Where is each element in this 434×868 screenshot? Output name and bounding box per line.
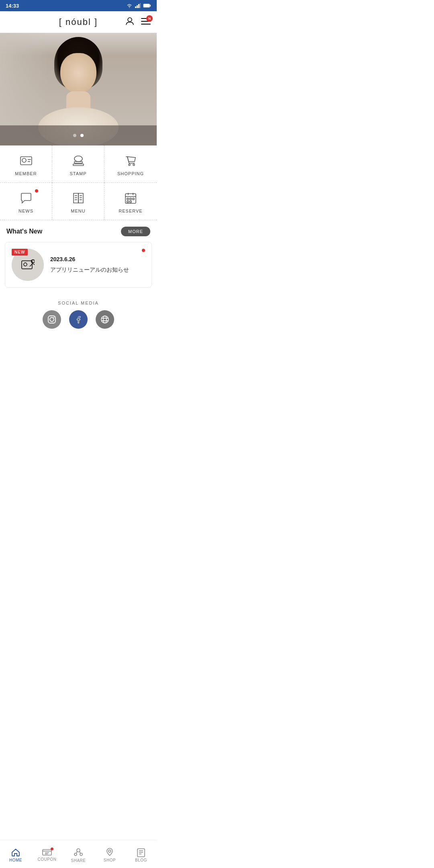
header-icons: N: [125, 16, 151, 28]
svg-point-17: [129, 164, 130, 166]
svg-rect-32: [133, 198, 134, 200]
nav-label-reserve: RESERVE: [119, 209, 142, 213]
social-media-label: SOCIAL MEDIA: [0, 301, 157, 305]
whats-new-title: What's New: [6, 228, 42, 235]
svg-point-40: [50, 317, 54, 321]
nav-item-news[interactable]: NEWS: [0, 183, 52, 220]
cart-icon: [123, 154, 138, 168]
svg-point-14: [74, 156, 82, 162]
svg-point-18: [133, 164, 135, 166]
svg-point-11: [22, 158, 26, 162]
nav-item-reserve[interactable]: RESERVE: [104, 183, 157, 220]
hero-banner[interactable]: [0, 33, 157, 145]
person-icon: [125, 16, 135, 27]
news-thumbnail: NEW: [12, 249, 44, 281]
website-button[interactable]: [96, 310, 114, 329]
nav-grid: MEMBER STAMP SHOPPING NEWS: [0, 145, 157, 220]
svg-rect-0: [135, 6, 136, 8]
stamp-icon: [71, 154, 86, 168]
battery-icon: [143, 3, 151, 8]
svg-point-43: [103, 316, 106, 323]
svg-point-41: [53, 317, 54, 317]
social-media-section: SOCIAL MEDIA: [0, 294, 157, 337]
new-badge: NEW: [12, 249, 28, 256]
notification-badge: N: [146, 15, 153, 22]
svg-rect-33: [127, 201, 129, 203]
nav-label-stamp: STAMP: [70, 171, 86, 176]
svg-rect-1: [137, 5, 138, 8]
news-unread-badge: [142, 249, 145, 252]
news-text: アプリリニューアルのお知らせ: [50, 266, 145, 274]
svg-rect-5: [150, 5, 151, 7]
book-icon: [71, 191, 86, 205]
whats-new-header: What's New MORE: [0, 220, 157, 240]
nav-label-shopping: SHOPPING: [117, 171, 144, 176]
nav-item-member[interactable]: MEMBER: [0, 145, 52, 183]
facebook-icon: [74, 315, 83, 324]
hero-dot-1[interactable]: [73, 134, 76, 137]
app-logo: [ nóubl ]: [59, 17, 98, 27]
app-header: [ nóubl ] N: [0, 11, 157, 33]
svg-rect-34: [130, 201, 131, 203]
instagram-icon: [47, 315, 57, 324]
svg-rect-16: [73, 164, 84, 166]
menu-button[interactable]: N: [141, 17, 151, 27]
social-icons-row: [0, 310, 157, 332]
profile-button[interactable]: [125, 16, 135, 28]
signal-icon: [135, 3, 141, 8]
status-bar: 14:33: [0, 0, 157, 11]
nav-item-menu[interactable]: MENU: [52, 183, 104, 220]
svg-point-42: [101, 316, 108, 323]
status-time: 14:33: [6, 3, 126, 9]
wifi-icon: [126, 3, 133, 8]
hero-dots[interactable]: [0, 125, 157, 145]
facebook-button[interactable]: [69, 310, 88, 329]
news-card[interactable]: NEW 2023.6.26 アプリリニューアルのお知らせ: [5, 242, 152, 288]
photo-placeholder-icon: [21, 259, 35, 270]
svg-rect-31: [130, 198, 131, 200]
nav-label-news: NEWS: [18, 209, 33, 213]
nav-item-stamp[interactable]: STAMP: [52, 145, 104, 183]
hero-dot-2[interactable]: [80, 134, 84, 137]
calendar-icon: [123, 191, 138, 205]
news-date: 2023.6.26: [50, 256, 145, 262]
svg-point-6: [128, 18, 132, 22]
news-badge: [35, 189, 38, 192]
more-button[interactable]: MORE: [121, 227, 150, 236]
chat-icon: [19, 191, 33, 205]
svg-rect-4: [143, 4, 150, 8]
nav-label-menu: MENU: [71, 209, 85, 213]
member-card-icon: [19, 154, 33, 168]
status-icons: [126, 3, 151, 8]
svg-rect-30: [127, 198, 129, 200]
globe-icon: [100, 315, 110, 324]
svg-rect-2: [138, 4, 139, 8]
svg-point-36: [24, 263, 27, 266]
news-content: 2023.6.26 アプリリニューアルのお知らせ: [50, 256, 145, 274]
instagram-button[interactable]: [43, 310, 61, 329]
nav-item-shopping[interactable]: SHOPPING: [104, 145, 157, 183]
svg-rect-15: [74, 162, 82, 163]
nav-label-member: MEMBER: [15, 171, 37, 176]
svg-rect-3: [140, 3, 141, 8]
